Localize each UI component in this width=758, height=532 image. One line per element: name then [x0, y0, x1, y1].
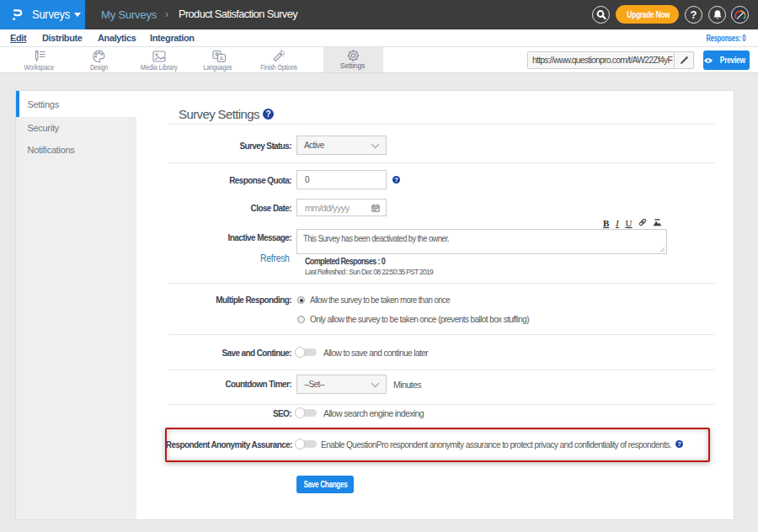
- svg-text:A: A: [219, 56, 223, 61]
